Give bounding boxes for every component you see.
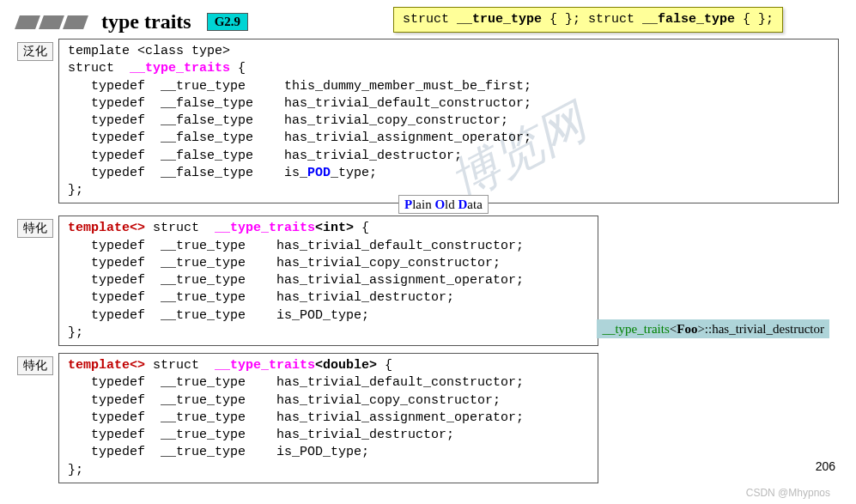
generic-block: 泛化 template <class type> struct __type_t… [17,39,839,203]
page-number: 206 [816,459,835,473]
code-spec-double: template<> struct __type_traits<double> … [58,353,598,483]
version-badge: G2.9 [207,13,248,31]
pod-expansion: Plain Old Data [398,195,489,214]
watermark-bottom: CSDN @Mhypnos [746,487,830,499]
tag-spec-double: 特化 [17,356,53,375]
truefalse-defs: struct __true_type { }; struct __false_t… [393,7,783,33]
tag-spec-int: 特化 [17,219,53,238]
header-decor [17,15,86,29]
spec-int-block: 特化 template<> struct __type_traits<int> … [17,216,839,346]
page-title: type traits [101,10,191,33]
code-generic: template <class type> struct __type_trai… [58,39,839,203]
pod-keyword: POD [307,166,331,180]
usage-example: __type_traits<Foo>::has_trivial_destruct… [597,319,829,338]
spec-double-block: 特化 template<> struct __type_traits<doubl… [17,353,839,483]
code-spec-int: template<> struct __type_traits<int> { t… [58,216,598,346]
type-traits-name: __type_traits [130,61,230,76]
tag-generic: 泛化 [17,42,53,61]
